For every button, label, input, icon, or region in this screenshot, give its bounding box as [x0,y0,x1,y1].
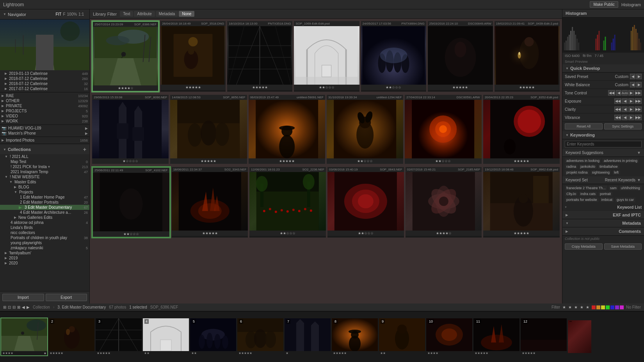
exp-inc-double[interactable]: ▶▶ [635,98,642,104]
collection-new-galleries[interactable]: ▶ New Galleries Edits [0,215,89,220]
collection-nicc[interactable]: nicc collectors [0,230,89,235]
color-filter-yellow[interactable] [601,305,605,309]
make-public-button[interactable]: Make Public [590,1,618,8]
star-filter-1[interactable]: ★ [562,305,566,309]
wb-next[interactable]: ▶ [636,82,642,87]
clarity-inc[interactable]: ▶ [628,106,634,112]
collection-instagram-temp[interactable]: 2021 Instagram Temp 47 [0,169,89,174]
thumb-cell-8[interactable]: 29/06/2013 15:33:08 SOP_8090.NEF [92,95,169,164]
color-filter-pink[interactable] [620,305,624,309]
nav-prev[interactable]: ◀ [22,305,25,309]
thumb-cell-12[interactable]: 27/04/2018 22:33:14 DSC00591.ARW [405,95,481,164]
folder-2017-07[interactable]: ▶ 2017-07-12 Calterinse 16 [0,86,89,91]
rk-tag-4[interactable]: CltyJo [565,192,578,196]
thumb-cell-6[interactable]: 25/03/2016 22:24:10 DSC00849.ARW ★★★★★ [428,21,493,92]
collection-family-album[interactable]: ▶ 'familyalbum' [0,250,89,256]
kw-tag-1[interactable]: adventures in looking [565,158,601,163]
color-filter-red[interactable] [592,305,596,309]
device-huawei[interactable]: 📷 HUAWEI VOG-L09 ▶ [0,126,89,131]
rk-tag-3[interactable]: uhhlhohhing [619,186,642,190]
thumb-cell-3[interactable]: 18/10/2014 18:13:00 PNTX3518.DNG [227,21,292,92]
vib-inc-double[interactable]: ▶▶ [635,115,642,120]
copy-metadata-button[interactable]: Copy Metadata [565,243,603,250]
thumb-cell-7[interactable]: 19/02/2013 21:09:41 SOP_0439-Edit-2.psd [495,21,560,92]
tone-inc[interactable]: ▶ [628,90,634,96]
collection-2021-pick[interactable]: ! 2021 PICK for Insta + 213 [0,164,89,169]
thumb-cell-9[interactable]: 14/08/2015 12:08:53 SOP_8650.NEF [170,95,247,164]
saved-preset-prev[interactable]: ◀ [630,74,635,79]
star-filter-5[interactable]: ★ [586,305,589,309]
keyword-suggestions-toggle[interactable]: ▼ [637,151,641,155]
rk-tag-9[interactable]: guys to car [615,197,635,202]
rk-tag-1[interactable]: franeclete 2 Theatre Th... [565,186,607,190]
folder-rae[interactable]: ▶ RAE 10234 [0,93,89,98]
collection-master-edits[interactable]: ▼ Master Edits [0,179,89,185]
thumb-cell-18[interactable]: 02/07/2016 15:46:21 SOP_2185.NEF [406,167,482,238]
fit-btn-fit[interactable]: FIT [55,12,61,16]
kw-tag-5[interactable]: timbaltahoe [598,164,619,169]
collection-projects[interactable]: ▼ Projects [0,190,89,195]
rk-tag-2[interactable]: sam [608,186,618,190]
star-filter-4[interactable]: ★ [580,305,584,309]
film-thumb-9[interactable]: 9 ★★ [379,318,425,355]
grid-view-icon[interactable]: ⊞ [3,305,6,309]
film-thumb-2[interactable]: 2 ★★★★★ [48,318,94,355]
device-iphone[interactable]: 📷 Marcin's iPhone ▶ [0,131,89,136]
exp-dec[interactable]: ◀ [622,98,628,104]
collection-2020[interactable]: ▶ 2020 [0,261,89,266]
folder-private[interactable]: ▶ PRIVATE 49092 [0,103,89,108]
folder-2018-07a[interactable]: ▶ 2018-07-12 Calterinse 260 [0,76,89,81]
tone-dec-double[interactable]: ◀◀ [608,90,615,96]
thumb-cell-11[interactable]: 31/10/2018 19:39:34 untitled-1294.NEF [327,95,403,164]
vib-dec[interactable]: ◀ [622,115,628,120]
save-metadata-button[interactable]: Save Metadata [604,243,642,250]
rk-tag-7[interactable]: portraits for website [565,197,599,202]
thumb-cell-10[interactable]: 06/03/2019 15:47:49 untitled-59091.NEF [249,95,325,164]
tone-dec[interactable]: ◀ [616,90,621,96]
kw-tag-2[interactable]: adventures in printing [602,158,639,163]
star-filter-3[interactable]: ★ [574,305,578,309]
thumb-cell-19[interactable]: 19/12/2015 16:08:46 SOP_8962-Edit.psd [483,167,560,238]
kw-tag-4[interactable]: jankokolo [579,164,597,169]
folder-2018-07b[interactable]: ▶ 2018-07-12 Calterinse 32 [0,81,89,86]
color-filter-blue[interactable] [610,305,614,309]
thumb-cell-14[interactable]: 25/06/2011 22:11:49 SOP_4102.NEF ★★☆☆☆ [92,167,170,238]
sync-settings-button[interactable]: Sync Settings [604,123,642,130]
keyword-input[interactable] [565,141,642,147]
collection-2021-all[interactable]: ▼ ! 2021 ALL [0,154,89,159]
rk-tag-8[interactable]: imbicat [600,197,614,202]
star-filter-2[interactable]: ★ [568,305,572,309]
film-thumb-1[interactable]: 1 ★★★★ ■ [1,318,47,355]
clarity-dec-double[interactable]: ◀◀ [614,106,621,112]
collection-edit-portraits[interactable]: 2 Edit Master Portraits 20 [0,200,89,205]
collection-edit-home[interactable]: 1 Edit Master Home Page 47 [0,195,89,200]
clarity-inc-double[interactable]: ▶▶ [635,106,642,112]
film-thumb-6[interactable]: 6 ★★★★★ [237,318,283,355]
thumb-cell-2[interactable]: 26/04/2016 18:18:49 SOP_3518.DNG [160,21,226,92]
vib-dec-double[interactable]: ◀◀ [614,115,621,120]
export-button[interactable]: Export [46,294,87,301]
add-collection-button[interactable]: + [83,146,86,153]
tone-auto[interactable]: Auto [622,90,628,96]
film-thumb-13[interactable] [568,320,591,354]
film-thumb-8[interactable]: 8 ★★★★★ [332,318,378,355]
film-thumb-12[interactable]: 12 ★★★★★ [521,318,567,355]
imported-photos[interactable]: ▶ Imported Photos 1656 [0,138,89,143]
fit-btn-100[interactable]: 100% [67,12,77,16]
collection-young-playwrights[interactable]: young playwrights [0,240,89,245]
rk-tag-5[interactable]: indra cats [579,192,597,196]
folder-work[interactable]: ▶ WORK 238 [0,119,89,124]
thumb-cell-1[interactable]: 25/07/2014 23:23:09 SOP_6386.NEF [92,21,159,92]
collection-portraits-youth[interactable]: Portraits of children in youth play 38 [0,235,89,240]
film-thumb-7[interactable]: 7 ★ [285,318,331,355]
folder-2019[interactable]: ▶ 2019-01-13 Calterinse 449 [0,71,89,76]
color-filter-purple[interactable] [615,305,619,309]
kw-tag-3[interactable]: radina [565,164,578,169]
add-keyword-button[interactable]: + [565,205,567,209]
clarity-dec[interactable]: ◀ [622,106,628,112]
kw-tag-8[interactable]: left [612,170,620,175]
folder-projects[interactable]: ▶ PROJECTS 5 [0,108,89,114]
fit-btn-f[interactable]: F [63,12,65,16]
collection-lindas-birds[interactable]: Linda's Birds [0,225,89,230]
thumb-cell-5[interactable]: 24/05/2017 17:03:56 PNTX8994.DNG [361,21,426,92]
